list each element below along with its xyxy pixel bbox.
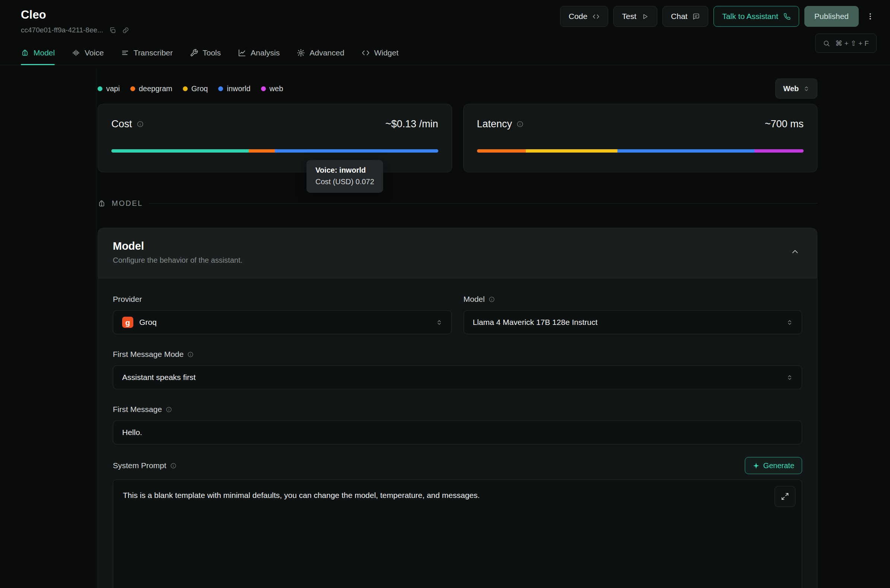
tab-transcriber-label: Transcriber — [134, 48, 173, 57]
tab-model-label: Model — [33, 48, 55, 57]
tab-model[interactable]: Model — [21, 48, 55, 65]
tab-voice[interactable]: Voice — [72, 48, 104, 65]
chevron-up-icon — [791, 248, 799, 256]
first-message-mode-info-icon[interactable] — [187, 351, 194, 358]
cost-card-title: Cost — [111, 118, 132, 130]
search-shortcut: ⌘ + ⇧ + F — [835, 39, 869, 48]
test-button-label: Test — [622, 12, 636, 21]
provider-select[interactable]: g Groq — [113, 310, 452, 334]
tab-advanced[interactable]: Advanced — [297, 48, 344, 65]
published-button[interactable]: Published — [804, 6, 859, 27]
model-section-label: MODEL — [112, 199, 143, 208]
platform-selector-value: Web — [783, 84, 799, 93]
first-message-mode-label: First Message Mode — [113, 350, 183, 359]
chat-button-label: Chat — [671, 12, 687, 21]
talk-to-assistant-label: Talk to Assistant — [722, 12, 778, 21]
chat-icon — [693, 13, 700, 20]
search-input[interactable]: ⌘ + ⇧ + F — [815, 33, 876, 53]
expand-prompt-button[interactable] — [774, 486, 795, 507]
web-dot — [261, 86, 266, 91]
first-message-input[interactable] — [113, 420, 802, 444]
header-actions: Code Test Chat Talk to Assistant Publish… — [560, 6, 876, 53]
legend-item-inworld[interactable]: inworld — [218, 84, 250, 93]
bar-segment-web[interactable] — [755, 149, 804, 153]
model-label: Model — [464, 295, 485, 304]
brain-icon — [98, 200, 106, 208]
lines-icon — [121, 49, 129, 57]
bar-segment-inworld[interactable] — [618, 149, 755, 153]
latency-info-icon[interactable] — [517, 121, 523, 128]
system-prompt-textarea[interactable]: This is a blank template with minimal de… — [113, 479, 802, 588]
bar-segment-vapi[interactable] — [111, 149, 249, 153]
waveform-icon — [72, 49, 80, 57]
link-id-button[interactable] — [122, 27, 129, 34]
first-message-info-icon[interactable] — [166, 406, 172, 413]
latency-card: Latency ~700 ms — [463, 104, 818, 172]
provider-label: Provider — [113, 295, 142, 304]
generate-button-label: Generate — [764, 462, 794, 470]
expand-icon — [781, 492, 789, 501]
legend-label: deepgram — [139, 84, 173, 93]
generate-button[interactable]: Generate — [745, 457, 802, 474]
legend-item-groq[interactable]: Groq — [183, 84, 208, 93]
chevron-up-down-icon — [786, 319, 793, 326]
tab-analysis-label: Analysis — [251, 48, 280, 57]
kebab-icon — [866, 12, 874, 21]
gear-icon — [297, 49, 305, 57]
cost-tooltip: Voice: inworld Cost (USD) 0.072 — [307, 160, 383, 193]
content-left-divider — [96, 68, 96, 588]
chevron-up-down-icon — [436, 319, 442, 326]
legend-label: web — [270, 84, 283, 93]
model-card-header: Model Configure the behavior of the assi… — [98, 228, 817, 278]
inworld-dot — [218, 86, 223, 91]
cost-info-icon[interactable] — [137, 121, 144, 128]
model-info-icon[interactable] — [489, 296, 495, 303]
groq-logo-icon: g — [122, 317, 133, 328]
bar-segment-deepgram[interactable] — [249, 149, 275, 153]
model-card-body: Provider g Groq Model — [98, 278, 817, 588]
legend-label: vapi — [106, 84, 120, 93]
latency-value: ~700 ms — [765, 118, 804, 130]
chat-button[interactable]: Chat — [663, 6, 708, 27]
main-content: vapi deepgram Groq inworld web — [0, 65, 890, 588]
link-icon — [122, 27, 129, 34]
published-label: Published — [815, 12, 849, 21]
more-menu-button[interactable] — [864, 12, 876, 21]
wrench-icon — [190, 49, 198, 57]
legend-item-vapi[interactable]: vapi — [98, 84, 120, 93]
tab-widget-label: Widget — [374, 48, 398, 57]
cost-stacked-bar — [111, 149, 438, 153]
test-button[interactable]: Test — [613, 6, 657, 27]
collapse-section-button[interactable] — [788, 245, 802, 260]
bar-segment-Groq[interactable] — [526, 149, 618, 153]
talk-to-assistant-button[interactable]: Talk to Assistant — [714, 6, 799, 27]
provider-legend: vapi deepgram Groq inworld web — [98, 84, 283, 93]
first-message-mode-select[interactable]: Assistant speaks first — [113, 366, 802, 389]
tab-tools[interactable]: Tools — [190, 48, 221, 65]
latency-card-title: Latency — [477, 118, 513, 130]
platform-selector[interactable]: Web — [775, 78, 817, 99]
system-prompt-info-icon[interactable] — [170, 463, 176, 469]
cost-value: ~$0.13 /min — [385, 118, 438, 130]
bar-segment-deepgram[interactable] — [477, 149, 526, 153]
legend-item-deepgram[interactable]: deepgram — [130, 84, 173, 93]
tab-widget[interactable]: Widget — [362, 48, 398, 65]
legend-label: Groq — [191, 84, 208, 93]
tab-advanced-label: Advanced — [310, 48, 344, 57]
tab-transcriber[interactable]: Transcriber — [121, 48, 173, 65]
tab-analysis[interactable]: Analysis — [238, 48, 280, 65]
tooltip-title: Voice: inworld — [316, 166, 374, 174]
code-icon — [592, 13, 600, 20]
section-divider — [149, 203, 817, 204]
assistant-id: cc470e01-ff9a-4211-8ee... — [21, 26, 103, 34]
provider-select-value: Groq — [139, 318, 157, 327]
bar-segment-inworld[interactable] — [275, 149, 438, 153]
copy-icon — [109, 27, 116, 34]
model-card: Model Configure the behavior of the assi… — [98, 228, 817, 588]
model-select[interactable]: Llama 4 Maverick 17B 128e Instruct — [464, 310, 803, 334]
code-button[interactable]: Code — [560, 6, 608, 27]
system-prompt-label: System Prompt — [113, 461, 167, 470]
app-root: Cleo cc470e01-ff9a-4211-8ee... Code Test… — [0, 0, 890, 588]
legend-item-web[interactable]: web — [261, 84, 283, 93]
copy-id-button[interactable] — [109, 27, 116, 34]
